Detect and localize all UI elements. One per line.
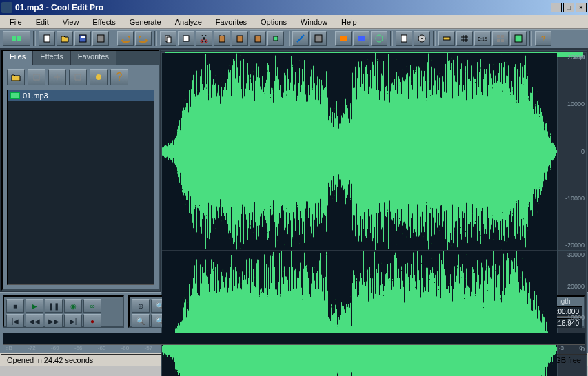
batch-button[interactable] bbox=[92, 31, 109, 46]
goto-start-button[interactable]: |◀ bbox=[6, 314, 24, 328]
svg-rect-11 bbox=[219, 36, 225, 42]
stop-button[interactable]: ■ bbox=[6, 299, 24, 313]
menubar: File Edit View Effects Generate Analyze … bbox=[0, 15, 588, 29]
svg-rect-5 bbox=[97, 35, 104, 42]
cut-button[interactable] bbox=[196, 31, 212, 46]
svg-rect-18 bbox=[358, 36, 365, 41]
record-button[interactable]: ● bbox=[83, 314, 101, 328]
organizer-panel: Files Effects Favorites ? 01.mp3 bbox=[1, 50, 160, 291]
svg-rect-24 bbox=[497, 35, 500, 38]
svg-rect-4 bbox=[81, 36, 85, 38]
menu-window[interactable]: Window bbox=[294, 17, 334, 28]
spectral-button[interactable] bbox=[335, 31, 352, 46]
menu-generate[interactable]: Generate bbox=[123, 17, 168, 28]
play-button[interactable]: ▶ bbox=[26, 299, 43, 313]
svg-rect-13 bbox=[237, 36, 243, 42]
cd-button[interactable] bbox=[414, 31, 430, 46]
ruler-button[interactable] bbox=[438, 31, 455, 46]
menu-favorites[interactable]: Favorites bbox=[209, 17, 254, 28]
menu-effects[interactable]: Effects bbox=[85, 17, 122, 28]
copy-new-button[interactable] bbox=[178, 31, 194, 46]
phase-button[interactable] bbox=[371, 31, 387, 46]
svg-rect-29 bbox=[34, 74, 39, 80]
svg-rect-26 bbox=[497, 39, 500, 42]
menu-edit[interactable]: Edit bbox=[29, 17, 56, 28]
panel-open-button[interactable] bbox=[7, 69, 25, 85]
paste-new-button[interactable] bbox=[250, 31, 266, 46]
svg-rect-28 bbox=[515, 35, 522, 42]
svg-rect-7 bbox=[167, 37, 171, 43]
grid-button[interactable] bbox=[456, 31, 473, 46]
copy-button[interactable] bbox=[160, 31, 176, 46]
svg-point-9 bbox=[201, 40, 203, 43]
panel-options-button[interactable] bbox=[90, 69, 108, 85]
help-button[interactable]: ? bbox=[535, 31, 551, 46]
tab-files[interactable]: Files bbox=[3, 51, 33, 65]
pause-button[interactable]: ❚❚ bbox=[45, 299, 63, 313]
menu-view[interactable]: View bbox=[56, 17, 86, 28]
level-meter[interactable] bbox=[3, 333, 585, 345]
script-button[interactable] bbox=[396, 31, 412, 46]
zoom-left-button[interactable]: 🔍 bbox=[132, 314, 150, 328]
loop-button[interactable]: ∞ bbox=[83, 299, 101, 313]
menu-file[interactable]: File bbox=[3, 17, 29, 28]
file-item[interactable]: 01.mp3 bbox=[8, 90, 154, 101]
menu-options[interactable]: Options bbox=[254, 17, 294, 28]
new-button[interactable] bbox=[39, 31, 55, 46]
panel-edit-button[interactable] bbox=[69, 69, 87, 85]
redo-button[interactable] bbox=[135, 31, 152, 46]
mix-paste-button[interactable] bbox=[232, 31, 248, 46]
tab-favorites[interactable]: Favorites bbox=[71, 51, 116, 65]
open-button[interactable] bbox=[57, 31, 73, 46]
organizer-tabs: Files Effects Favorites bbox=[3, 51, 159, 65]
svg-rect-0 bbox=[12, 36, 16, 41]
file-list[interactable]: 01.mp3 bbox=[7, 90, 154, 285]
svg-point-30 bbox=[96, 74, 101, 80]
mode-toggle-button[interactable] bbox=[3, 31, 30, 46]
svg-rect-12 bbox=[221, 35, 223, 36]
settings-button[interactable] bbox=[310, 31, 327, 46]
freq-button[interactable] bbox=[353, 31, 369, 46]
convert-button[interactable] bbox=[292, 31, 309, 46]
rewind-button[interactable]: ◀◀ bbox=[26, 314, 43, 328]
amplitude-scale: smpl 20000 10000 0 -10000 -20000 30000 2… bbox=[557, 53, 586, 376]
svg-rect-20 bbox=[401, 35, 407, 42]
svg-rect-15 bbox=[274, 36, 278, 41]
trim-button[interactable] bbox=[267, 31, 284, 46]
svg-point-19 bbox=[376, 35, 383, 42]
panel-insert-button[interactable] bbox=[48, 69, 66, 85]
waveform-display[interactable] bbox=[162, 53, 557, 376]
panel-help-button[interactable]: ? bbox=[110, 69, 128, 85]
tile-button[interactable] bbox=[492, 31, 509, 46]
overview-bar[interactable] bbox=[161, 50, 587, 51]
display-button[interactable]: 0:15 bbox=[474, 31, 491, 46]
waveform-icon bbox=[10, 92, 20, 99]
paste-button[interactable] bbox=[214, 31, 230, 46]
zoom-fit-button[interactable]: ⊕ bbox=[132, 299, 150, 313]
menu-help[interactable]: Help bbox=[334, 17, 364, 28]
svg-rect-17 bbox=[340, 36, 347, 41]
svg-rect-27 bbox=[501, 39, 504, 42]
svg-point-22 bbox=[421, 38, 423, 39]
svg-rect-8 bbox=[183, 36, 189, 41]
forward-button[interactable]: ▶▶ bbox=[45, 314, 63, 328]
undo-button[interactable] bbox=[117, 31, 134, 46]
svg-rect-2 bbox=[44, 35, 50, 42]
minimize-button[interactable]: _ bbox=[551, 3, 562, 12]
organizer-button[interactable] bbox=[510, 31, 527, 46]
window-title: 01.mp3 - Cool Edit Pro bbox=[15, 3, 551, 12]
menu-analyze[interactable]: Analyze bbox=[168, 17, 209, 28]
transport-controls: ■ ▶ ❚❚ ◉ ∞ |◀ ◀◀ ▶▶ ▶| ● bbox=[3, 295, 124, 328]
titlebar: 01.mp3 - Cool Edit Pro _ □ × bbox=[0, 0, 588, 15]
panel-close-button[interactable] bbox=[28, 69, 45, 85]
close-button[interactable]: × bbox=[576, 3, 587, 12]
tab-effects[interactable]: Effects bbox=[33, 51, 70, 65]
maximize-button[interactable]: □ bbox=[563, 3, 574, 12]
save-button[interactable] bbox=[74, 31, 91, 46]
svg-rect-23 bbox=[443, 37, 450, 40]
svg-rect-14 bbox=[255, 36, 261, 42]
play-loop-button[interactable]: ◉ bbox=[64, 299, 82, 313]
svg-rect-1 bbox=[17, 36, 21, 41]
app-icon bbox=[1, 2, 12, 13]
goto-end-button[interactable]: ▶| bbox=[64, 314, 82, 328]
